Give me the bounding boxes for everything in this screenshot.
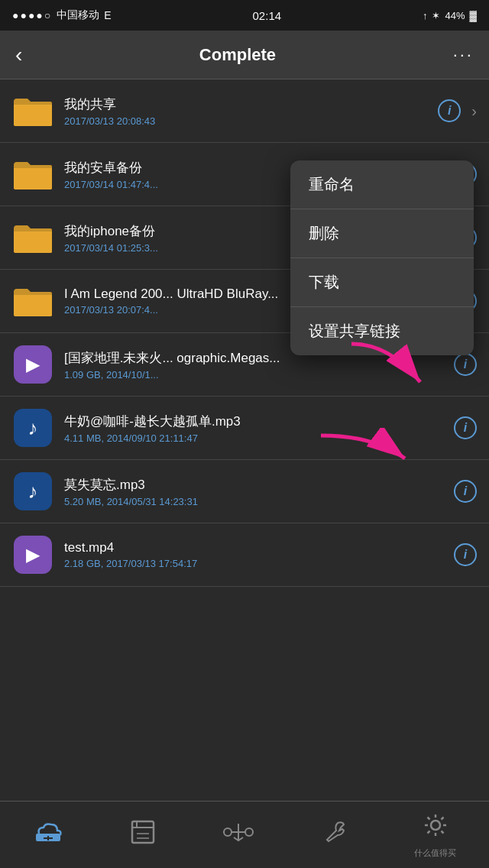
- battery-level: 44%: [445, 10, 465, 21]
- menu-item-download[interactable]: 下载: [290, 258, 474, 307]
- location-icon: ↑: [423, 10, 428, 21]
- more-button[interactable]: ···: [453, 45, 474, 65]
- music-note-icon: ♪: [28, 416, 38, 440]
- file-date: 2017/03/13 20:08:43: [64, 115, 430, 127]
- tools-icon: [321, 818, 348, 851]
- transfer-icon: [222, 821, 255, 849]
- status-bar: ●●●●○ 中国移动 E 02:14 ↑ ✶ 44% ▓: [0, 0, 489, 31]
- file-date: 1.09 GB, 2014/10/1...: [64, 369, 446, 381]
- status-time: 02:14: [253, 9, 282, 22]
- file-name: test.mp4: [64, 540, 446, 555]
- svg-rect-5: [132, 821, 154, 843]
- audio-icon-container: ♪: [12, 471, 53, 512]
- nav-bar: ‹ Complete ···: [0, 31, 489, 79]
- gear-icon: [422, 811, 449, 844]
- battery-icon: ▓: [470, 10, 477, 21]
- tab-bar: 什么值得买: [0, 801, 489, 868]
- carrier-name: 中国移动: [57, 8, 99, 22]
- signal-dots: ●●●●○: [12, 9, 52, 21]
- network-type: E: [104, 9, 111, 21]
- info-button[interactable]: i: [454, 480, 477, 503]
- folder-icon: [12, 280, 53, 322]
- status-left: ●●●●○ 中国移动 E: [12, 8, 112, 22]
- menu-item-rename[interactable]: 重命名: [290, 160, 474, 209]
- folder-icon: [12, 217, 53, 258]
- status-right: ↑ ✶ 44% ▓: [423, 10, 477, 21]
- audio-app-icon: ♪: [14, 409, 52, 447]
- file-actions: i: [454, 480, 477, 503]
- info-button[interactable]: i: [438, 99, 461, 122]
- audio-app-icon: ♪: [14, 472, 52, 510]
- file-actions: i: [454, 416, 477, 439]
- info-button[interactable]: i: [454, 353, 477, 376]
- file-date: 5.20 MB, 2014/05/31 14:23:31: [64, 496, 446, 507]
- file-info: 我的共享 2017/03/13 20:08:43: [64, 96, 430, 127]
- video-app-icon: ▶: [14, 536, 52, 574]
- file-info: 莫失莫忘.mp3 5.20 MB, 2014/05/31 14:23:31: [64, 476, 446, 507]
- files-icon: [129, 818, 157, 851]
- file-actions: i ›: [438, 99, 477, 122]
- file-info: 牛奶@咖啡-越长大越孤单.mp3 4.11 MB, 2014/09/10 21:…: [64, 413, 446, 444]
- page-title: Complete: [199, 45, 276, 65]
- file-actions: i: [454, 353, 477, 376]
- audio-icon-container: ♪: [12, 407, 53, 449]
- file-date: 4.11 MB, 2014/09/10 21:11:47: [64, 432, 446, 444]
- svg-point-11: [245, 828, 253, 836]
- file-name: 我的共享: [64, 96, 430, 113]
- chevron-right-icon: ›: [471, 102, 477, 120]
- tab-settings-label: 什么值得买: [414, 847, 456, 859]
- tab-tools[interactable]: [321, 818, 348, 851]
- file-date: 2.18 GB, 2017/03/13 17:54:17: [64, 558, 446, 569]
- back-button[interactable]: ‹: [15, 43, 22, 67]
- play-icon: ▶: [26, 354, 40, 375]
- tab-settings[interactable]: 什么值得买: [414, 811, 456, 859]
- list-item[interactable]: ▶ test.mp4 2.18 GB, 2017/03/13 17:54:17 …: [0, 523, 489, 587]
- file-info: test.mp4 2.18 GB, 2017/03/13 17:54:17: [64, 540, 446, 569]
- tab-cloud[interactable]: [33, 820, 63, 850]
- list-item[interactable]: ♪ 牛奶@咖啡-越长大越孤单.mp3 4.11 MB, 2014/09/10 2…: [0, 397, 489, 460]
- list-item[interactable]: 我的共享 2017/03/13 20:08:43 i ›: [0, 79, 489, 143]
- menu-item-delete[interactable]: 删除: [290, 209, 474, 258]
- info-button[interactable]: i: [454, 416, 477, 439]
- video-icon-container: ▶: [12, 534, 53, 575]
- tab-transfer[interactable]: [222, 821, 255, 849]
- video-app-icon: ▶: [14, 345, 52, 384]
- folder-icon: [12, 154, 53, 195]
- play-icon: ▶: [26, 544, 40, 565]
- file-actions: i: [454, 543, 477, 566]
- music-note-icon: ♪: [28, 480, 38, 504]
- cloud-icon: [33, 820, 63, 850]
- file-name: 牛奶@咖啡-越长大越孤单.mp3: [64, 413, 446, 430]
- svg-point-10: [224, 828, 232, 836]
- svg-point-14: [431, 821, 440, 830]
- menu-item-share-link[interactable]: 设置共享链接: [290, 307, 474, 355]
- video-icon-container: ▶: [12, 344, 53, 385]
- file-name: 莫失莫忘.mp3: [64, 476, 446, 494]
- info-button[interactable]: i: [454, 543, 477, 566]
- context-menu: 重命名 删除 下载 设置共享链接: [290, 160, 474, 355]
- folder-icon: [12, 90, 53, 131]
- bluetooth-icon: ✶: [432, 10, 440, 21]
- list-item[interactable]: ♪ 莫失莫忘.mp3 5.20 MB, 2014/05/31 14:23:31 …: [0, 460, 489, 523]
- tab-files[interactable]: [129, 818, 157, 851]
